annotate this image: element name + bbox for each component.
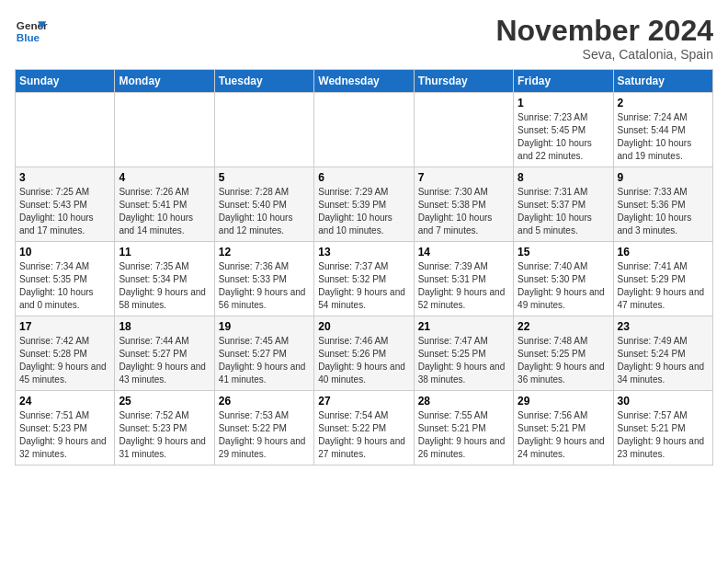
calendar-cell bbox=[16, 93, 115, 167]
logo-icon: General Blue bbox=[15, 15, 48, 48]
calendar-cell: 28Sunrise: 7:55 AM Sunset: 5:21 PM Dayli… bbox=[414, 391, 513, 465]
weekday-header-friday: Friday bbox=[514, 70, 613, 93]
day-info: Sunrise: 7:26 AM Sunset: 5:41 PM Dayligh… bbox=[119, 186, 210, 237]
calendar-cell: 21Sunrise: 7:47 AM Sunset: 5:25 PM Dayli… bbox=[414, 316, 513, 391]
day-number: 20 bbox=[318, 320, 409, 333]
day-info: Sunrise: 7:24 AM Sunset: 5:44 PM Dayligh… bbox=[618, 111, 709, 163]
day-info: Sunrise: 7:52 AM Sunset: 5:23 PM Dayligh… bbox=[119, 409, 210, 461]
day-info: Sunrise: 7:25 AM Sunset: 5:43 PM Dayligh… bbox=[19, 186, 110, 237]
calendar-week-4: 17Sunrise: 7:42 AM Sunset: 5:28 PM Dayli… bbox=[16, 316, 713, 391]
calendar-cell bbox=[214, 93, 313, 167]
day-number: 3 bbox=[19, 171, 110, 184]
day-number: 13 bbox=[318, 246, 409, 259]
calendar-cell: 30Sunrise: 7:57 AM Sunset: 5:21 PM Dayli… bbox=[613, 391, 712, 465]
calendar-cell: 19Sunrise: 7:45 AM Sunset: 5:27 PM Dayli… bbox=[214, 316, 313, 391]
day-info: Sunrise: 7:28 AM Sunset: 5:40 PM Dayligh… bbox=[219, 186, 310, 237]
day-number: 19 bbox=[219, 320, 310, 333]
day-info: Sunrise: 7:33 AM Sunset: 5:36 PM Dayligh… bbox=[618, 186, 709, 237]
day-number: 26 bbox=[219, 395, 310, 408]
day-info: Sunrise: 7:36 AM Sunset: 5:33 PM Dayligh… bbox=[219, 260, 310, 312]
day-number: 16 bbox=[618, 246, 709, 259]
day-info: Sunrise: 7:48 AM Sunset: 5:25 PM Dayligh… bbox=[518, 335, 609, 386]
calendar-cell: 27Sunrise: 7:54 AM Sunset: 5:22 PM Dayli… bbox=[314, 391, 414, 465]
calendar-cell bbox=[314, 93, 414, 167]
calendar-cell bbox=[414, 93, 513, 167]
day-info: Sunrise: 7:40 AM Sunset: 5:30 PM Dayligh… bbox=[518, 260, 609, 312]
calendar-cell: 29Sunrise: 7:56 AM Sunset: 5:21 PM Dayli… bbox=[514, 391, 613, 465]
day-number: 17 bbox=[19, 320, 110, 333]
location: Seva, Catalonia, Spain bbox=[495, 47, 713, 62]
calendar-cell: 18Sunrise: 7:44 AM Sunset: 5:27 PM Dayli… bbox=[115, 316, 214, 391]
day-info: Sunrise: 7:51 AM Sunset: 5:23 PM Dayligh… bbox=[19, 409, 110, 461]
day-info: Sunrise: 7:49 AM Sunset: 5:24 PM Dayligh… bbox=[618, 335, 709, 386]
calendar-cell: 22Sunrise: 7:48 AM Sunset: 5:25 PM Dayli… bbox=[514, 316, 613, 391]
day-info: Sunrise: 7:44 AM Sunset: 5:27 PM Dayligh… bbox=[119, 335, 210, 386]
day-number: 27 bbox=[318, 395, 409, 408]
day-number: 4 bbox=[119, 171, 210, 184]
day-info: Sunrise: 7:47 AM Sunset: 5:25 PM Dayligh… bbox=[418, 335, 509, 386]
calendar-cell: 7Sunrise: 7:30 AM Sunset: 5:38 PM Daylig… bbox=[414, 167, 513, 242]
day-number: 24 bbox=[19, 395, 110, 408]
calendar-cell: 12Sunrise: 7:36 AM Sunset: 5:33 PM Dayli… bbox=[214, 242, 313, 316]
calendar-cell: 13Sunrise: 7:37 AM Sunset: 5:32 PM Dayli… bbox=[314, 242, 414, 316]
weekday-header-tuesday: Tuesday bbox=[214, 70, 313, 93]
weekday-header-monday: Monday bbox=[115, 70, 214, 93]
day-info: Sunrise: 7:57 AM Sunset: 5:21 PM Dayligh… bbox=[618, 409, 709, 461]
calendar-cell: 10Sunrise: 7:34 AM Sunset: 5:35 PM Dayli… bbox=[16, 242, 115, 316]
page-header: General Blue November 2024 Seva, Catalon… bbox=[15, 15, 713, 62]
calendar-cell: 16Sunrise: 7:41 AM Sunset: 5:29 PM Dayli… bbox=[613, 242, 712, 316]
calendar-cell: 24Sunrise: 7:51 AM Sunset: 5:23 PM Dayli… bbox=[16, 391, 115, 465]
weekday-header-sunday: Sunday bbox=[16, 70, 115, 93]
day-info: Sunrise: 7:31 AM Sunset: 5:37 PM Dayligh… bbox=[518, 186, 609, 237]
calendar-cell: 4Sunrise: 7:26 AM Sunset: 5:41 PM Daylig… bbox=[115, 167, 214, 242]
calendar-cell: 1Sunrise: 7:23 AM Sunset: 5:45 PM Daylig… bbox=[514, 93, 613, 167]
day-info: Sunrise: 7:30 AM Sunset: 5:38 PM Dayligh… bbox=[418, 186, 509, 237]
day-number: 15 bbox=[518, 246, 609, 259]
day-number: 7 bbox=[418, 171, 509, 184]
day-info: Sunrise: 7:46 AM Sunset: 5:26 PM Dayligh… bbox=[318, 335, 409, 386]
day-number: 11 bbox=[119, 246, 210, 259]
day-number: 23 bbox=[618, 320, 709, 333]
day-number: 21 bbox=[418, 320, 509, 333]
day-number: 10 bbox=[19, 246, 110, 259]
calendar-cell bbox=[115, 93, 214, 167]
day-number: 2 bbox=[618, 97, 709, 109]
svg-text:Blue: Blue bbox=[17, 31, 40, 43]
day-number: 22 bbox=[518, 320, 609, 333]
day-info: Sunrise: 7:56 AM Sunset: 5:21 PM Dayligh… bbox=[518, 409, 609, 461]
day-info: Sunrise: 7:42 AM Sunset: 5:28 PM Dayligh… bbox=[19, 335, 110, 386]
day-info: Sunrise: 7:34 AM Sunset: 5:35 PM Dayligh… bbox=[19, 260, 110, 312]
calendar-cell: 14Sunrise: 7:39 AM Sunset: 5:31 PM Dayli… bbox=[414, 242, 513, 316]
calendar-cell: 26Sunrise: 7:53 AM Sunset: 5:22 PM Dayli… bbox=[214, 391, 313, 465]
day-info: Sunrise: 7:23 AM Sunset: 5:45 PM Dayligh… bbox=[518, 111, 609, 163]
calendar-cell: 20Sunrise: 7:46 AM Sunset: 5:26 PM Dayli… bbox=[314, 316, 414, 391]
day-number: 14 bbox=[418, 246, 509, 259]
weekday-header-saturday: Saturday bbox=[613, 70, 712, 93]
calendar-table: SundayMondayTuesdayWednesdayThursdayFrid… bbox=[15, 69, 713, 465]
day-info: Sunrise: 7:35 AM Sunset: 5:34 PM Dayligh… bbox=[119, 260, 210, 312]
calendar-cell: 5Sunrise: 7:28 AM Sunset: 5:40 PM Daylig… bbox=[214, 167, 313, 242]
day-number: 5 bbox=[219, 171, 310, 184]
calendar-cell: 8Sunrise: 7:31 AM Sunset: 5:37 PM Daylig… bbox=[514, 167, 613, 242]
calendar-cell: 25Sunrise: 7:52 AM Sunset: 5:23 PM Dayli… bbox=[115, 391, 214, 465]
day-info: Sunrise: 7:37 AM Sunset: 5:32 PM Dayligh… bbox=[318, 260, 409, 312]
day-number: 8 bbox=[518, 171, 609, 184]
weekday-header-thursday: Thursday bbox=[414, 70, 513, 93]
day-info: Sunrise: 7:55 AM Sunset: 5:21 PM Dayligh… bbox=[418, 409, 509, 461]
day-number: 1 bbox=[518, 97, 609, 109]
logo: General Blue bbox=[15, 15, 48, 48]
day-number: 6 bbox=[318, 171, 409, 184]
calendar-cell: 6Sunrise: 7:29 AM Sunset: 5:39 PM Daylig… bbox=[314, 167, 414, 242]
calendar-cell: 9Sunrise: 7:33 AM Sunset: 5:36 PM Daylig… bbox=[613, 167, 712, 242]
calendar-week-1: 1Sunrise: 7:23 AM Sunset: 5:45 PM Daylig… bbox=[16, 93, 713, 167]
day-number: 25 bbox=[119, 395, 210, 408]
calendar-cell: 11Sunrise: 7:35 AM Sunset: 5:34 PM Dayli… bbox=[115, 242, 214, 316]
day-info: Sunrise: 7:54 AM Sunset: 5:22 PM Dayligh… bbox=[318, 409, 409, 461]
calendar-week-3: 10Sunrise: 7:34 AM Sunset: 5:35 PM Dayli… bbox=[16, 242, 713, 316]
title-block: November 2024 Seva, Catalonia, Spain bbox=[495, 15, 713, 62]
day-info: Sunrise: 7:53 AM Sunset: 5:22 PM Dayligh… bbox=[219, 409, 310, 461]
day-info: Sunrise: 7:41 AM Sunset: 5:29 PM Dayligh… bbox=[618, 260, 709, 312]
day-info: Sunrise: 7:45 AM Sunset: 5:27 PM Dayligh… bbox=[219, 335, 310, 386]
day-number: 12 bbox=[219, 246, 310, 259]
day-info: Sunrise: 7:29 AM Sunset: 5:39 PM Dayligh… bbox=[318, 186, 409, 237]
